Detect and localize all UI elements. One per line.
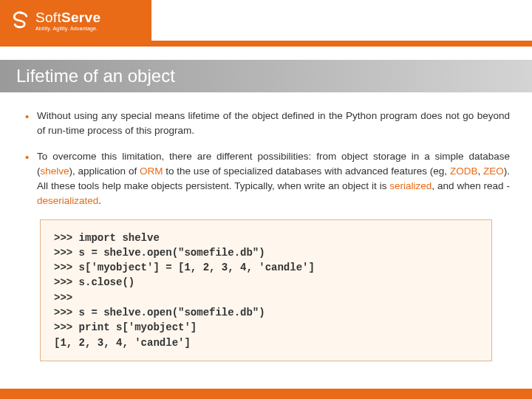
bullet-text-part: ), application of bbox=[69, 166, 140, 177]
highlight-term: ZEO bbox=[483, 166, 504, 177]
highlight-term: ZODB bbox=[450, 166, 478, 177]
bullet-text-part: , bbox=[477, 166, 483, 177]
footer-stripe bbox=[0, 389, 532, 399]
bullet-text-part: to the use of specialized databases with… bbox=[163, 166, 449, 177]
header-stripe bbox=[0, 41, 532, 47]
logo-name-light: Soft bbox=[35, 10, 61, 25]
logo-tagline: Ability. Agility. Advantage. bbox=[35, 26, 100, 31]
header: SoftServe Ability. Agility. Advantage. bbox=[0, 0, 532, 47]
highlight-term: ORM bbox=[140, 166, 163, 177]
bullet-text: Without using any special means lifetime… bbox=[37, 110, 510, 136]
bullet-text-part: . bbox=[98, 195, 101, 206]
logo-name: SoftServe bbox=[35, 10, 100, 24]
bullet-item: To overcome this limitation, there are d… bbox=[22, 149, 510, 209]
bullet-text-part: , and when read - bbox=[432, 180, 510, 191]
bullet-item: Without using any special means lifetime… bbox=[22, 109, 510, 139]
highlight-term: shelve bbox=[41, 166, 69, 177]
highlight-term: deserializated bbox=[37, 195, 98, 206]
logo-text: SoftServe Ability. Agility. Advantage. bbox=[35, 10, 100, 31]
logo-name-bold: Serve bbox=[61, 10, 100, 25]
logo-icon bbox=[10, 10, 31, 31]
bullet-list: Without using any special means lifetime… bbox=[22, 109, 510, 209]
highlight-term: serialized bbox=[389, 180, 432, 191]
logo: SoftServe Ability. Agility. Advantage. bbox=[0, 0, 151, 41]
code-example: >>> import shelve >>> s = shelve.open("s… bbox=[40, 219, 492, 361]
page-title: Lifetime of an object bbox=[16, 66, 175, 86]
title-bar: Lifetime of an object bbox=[0, 60, 532, 92]
content: Without using any special means lifetime… bbox=[0, 92, 532, 361]
